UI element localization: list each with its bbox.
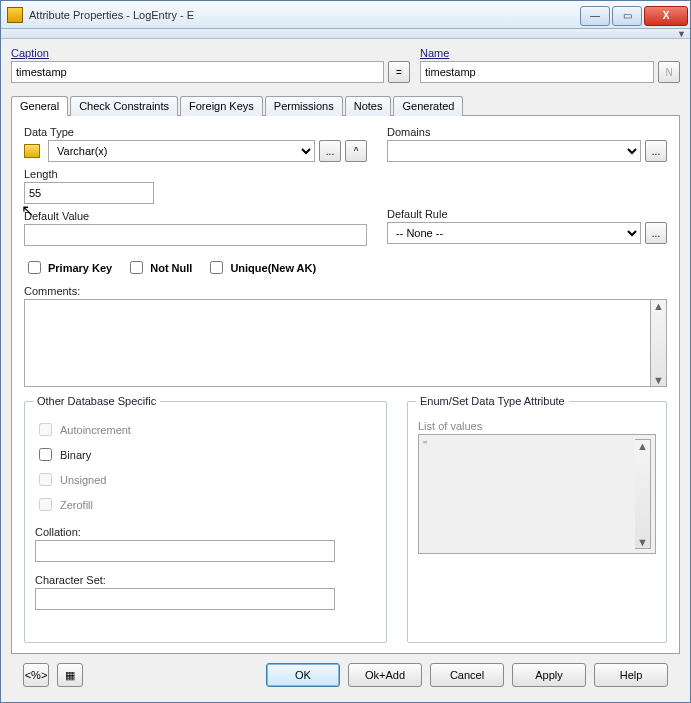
maximize-button[interactable]: ▭ (612, 6, 642, 26)
minimize-button[interactable]: — (580, 6, 610, 26)
primary-key-label: Primary Key (48, 262, 112, 274)
comments-label: Comments: (24, 285, 667, 297)
comments-textarea[interactable] (24, 299, 651, 387)
name-input[interactable] (420, 61, 654, 83)
datatype-caret-button[interactable]: ^ (345, 140, 367, 162)
charset-label: Character Set: (35, 574, 376, 586)
cancel-button[interactable]: Cancel (430, 663, 504, 687)
tool-strip: ▼ (1, 29, 690, 39)
unique-checkbox[interactable]: Unique(New AK) (206, 258, 316, 277)
other-db-legend: Other Database Specific (33, 395, 160, 407)
tab-foreign-keys[interactable]: Foreign Keys (180, 96, 263, 116)
default-rule-select[interactable]: -- None -- (387, 222, 641, 244)
view-button[interactable]: ▦ (57, 663, 83, 687)
scroll-down-icon[interactable]: ▼ (653, 374, 664, 386)
name-label: Name (420, 47, 680, 59)
tab-general[interactable]: General (11, 96, 68, 116)
not-null-label: Not Null (150, 262, 192, 274)
domains-label: Domains (387, 126, 667, 138)
datatype-ellipsis-button[interactable]: ... (319, 140, 341, 162)
length-label: Length (24, 168, 367, 180)
domains-select[interactable] (387, 140, 641, 162)
window-title: Attribute Properties - LogEntry - E (29, 9, 580, 21)
scroll-up-icon[interactable]: ▲ (653, 300, 664, 312)
unique-label: Unique(New AK) (230, 262, 316, 274)
enum-scrollbar: ▲▼ (635, 439, 651, 549)
autoincrement-checkbox: Autoincrement (35, 420, 376, 439)
tab-strip: General Check Constraints Foreign Keys P… (11, 95, 680, 116)
unsigned-label: Unsigned (60, 474, 106, 486)
title-bar: Attribute Properties - LogEntry - E — ▭ … (1, 1, 690, 29)
not-null-checkbox[interactable]: Not Null (126, 258, 192, 277)
collation-input[interactable] (35, 540, 335, 562)
tab-check-constraints[interactable]: Check Constraints (70, 96, 178, 116)
charset-input[interactable] (35, 588, 335, 610)
app-icon (7, 7, 23, 23)
default-value-label: Default Value (24, 210, 367, 222)
datatype-icon (24, 144, 40, 158)
apply-button[interactable]: Apply (512, 663, 586, 687)
caption-equals-button[interactable]: = (388, 61, 410, 83)
primary-key-checkbox[interactable]: Primary Key (24, 258, 112, 277)
name-n-button[interactable]: N (658, 61, 680, 83)
domains-ellipsis-button[interactable]: ... (645, 140, 667, 162)
scroll-up-icon: ▲ (637, 440, 648, 452)
caption-input[interactable] (11, 61, 384, 83)
binary-checkbox[interactable]: Binary (35, 445, 376, 464)
tab-generated[interactable]: Generated (393, 96, 463, 116)
tab-permissions[interactable]: Permissions (265, 96, 343, 116)
autoincrement-label: Autoincrement (60, 424, 131, 436)
chevron-down-icon[interactable]: ▼ (677, 29, 686, 39)
collation-label: Collation: (35, 526, 376, 538)
list-of-values-text: '' (423, 439, 635, 549)
unsigned-checkbox: Unsigned (35, 470, 376, 489)
default-rule-ellipsis-button[interactable]: ... (645, 222, 667, 244)
close-button[interactable]: X (644, 6, 688, 26)
caption-label: Caption (11, 47, 410, 59)
ok-add-button[interactable]: Ok+Add (348, 663, 422, 687)
datatype-label: Data Type (24, 126, 367, 138)
enum-legend: Enum/Set Data Type Attribute (416, 395, 569, 407)
zerofill-checkbox: Zerofill (35, 495, 376, 514)
default-value-input[interactable] (24, 224, 367, 246)
code-toggle-button[interactable]: <%> (23, 663, 49, 687)
datatype-select[interactable]: Varchar(x) (48, 140, 315, 162)
binary-label: Binary (60, 449, 91, 461)
scrollbar[interactable]: ▲▼ (651, 299, 667, 387)
ok-button[interactable]: OK (266, 663, 340, 687)
scroll-down-icon: ▼ (637, 536, 648, 548)
length-input[interactable] (24, 182, 154, 204)
help-button[interactable]: Help (594, 663, 668, 687)
tab-notes[interactable]: Notes (345, 96, 392, 116)
default-rule-label: Default Rule (387, 208, 667, 220)
list-of-values-box: '' ▲▼ (418, 434, 656, 554)
zerofill-label: Zerofill (60, 499, 93, 511)
list-of-values-label: List of values (418, 420, 656, 432)
